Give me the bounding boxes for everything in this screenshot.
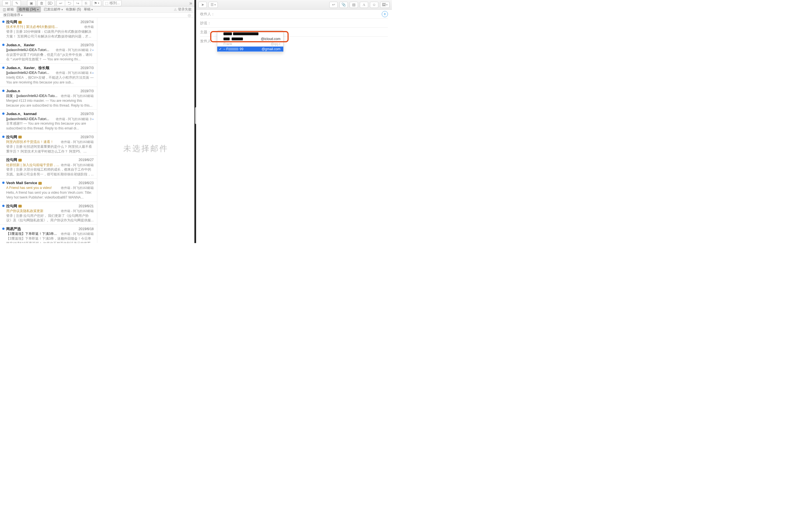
sent-filter[interactable]: 已发出邮件 ▾ bbox=[44, 7, 63, 12]
header-fields-button[interactable]: ☰▾ bbox=[209, 2, 218, 8]
message-item[interactable]: 拉勾网2019/7/4技术半月刊 | 算法必考6大数据结...收件箱登录 | 注… bbox=[0, 18, 97, 41]
from-option-1[interactable]: @icloud.com bbox=[217, 36, 283, 42]
delete-button[interactable]: 🗑 bbox=[37, 0, 46, 6]
spam-icon bbox=[38, 182, 42, 185]
message-date: 2019/6/18 bbox=[79, 227, 94, 231]
message-item[interactable]: 网易严选2019/6/18【3重返现】下单即返！下满3单...收件箱 - 阿飞的… bbox=[0, 225, 97, 243]
message-subject: [judasn/IntelliJ-IDEA-Tutori... bbox=[6, 48, 54, 52]
message-date: 2019/6/23 bbox=[79, 181, 94, 185]
message-item[interactable]: 拉勾网2019/7/3阿里内部技术干货流出！速看！收件箱 - 阿飞的163邮箱登… bbox=[0, 133, 97, 156]
font-icon: A bbox=[363, 3, 365, 7]
from-option-3-selected[interactable]: – F 99 @gmail.com bbox=[217, 47, 283, 52]
preview-pane: 未选择邮件 bbox=[97, 18, 195, 243]
cc-label: 抄送： bbox=[200, 20, 216, 26]
reply-compose-button[interactable]: ↩ bbox=[329, 2, 338, 8]
message-folder: 收件箱 - 阿飞的163邮箱 bbox=[61, 232, 94, 236]
unread-dot-icon bbox=[2, 44, 4, 46]
spam-icon bbox=[18, 21, 22, 24]
from-option-2-name: Frank bbox=[223, 42, 232, 46]
forward-icon: ↪ bbox=[76, 1, 79, 5]
message-sender: Judas.n、Xavier bbox=[6, 43, 35, 48]
message-item[interactable]: Judas.n、Xavier、徐长顺2019/7/3[judasn/Intell… bbox=[0, 64, 97, 87]
redirect-button[interactable]: ⎘ bbox=[82, 0, 90, 6]
reply-group: ↩ ⮌ ↪ ⎘ bbox=[56, 0, 90, 6]
message-item[interactable]: Judas.n2019/7/3回复：[judasn/IntelliJ-IDEA-… bbox=[0, 87, 97, 110]
message-date: 2019/7/3 bbox=[80, 89, 94, 94]
unread-dot-icon bbox=[2, 20, 4, 23]
inbox-filter-pill[interactable]: 收件箱 (34) bbox=[17, 6, 41, 12]
junk-button[interactable]: ⌦ bbox=[46, 0, 55, 6]
unread-dot-icon bbox=[2, 228, 4, 230]
cc-field-row: 抄送： bbox=[200, 19, 388, 27]
message-item[interactable]: Judas.n、Xavier2019/7/3[judasn/IntelliJ-I… bbox=[0, 41, 97, 64]
message-sender: 拉勾网 bbox=[6, 19, 22, 24]
from-option-0[interactable] bbox=[217, 31, 283, 36]
thread-expand-icon[interactable]: » bbox=[92, 118, 94, 121]
mail-left-pane: ✉ ✎ ▣ 🗑 ⌦ ↩ ⮌ ↪ ⎘ ⚑▾ ⬚ 移到... » ◫邮箱 收件箱 (… bbox=[0, 0, 196, 243]
reply-icon: ↩ bbox=[59, 1, 62, 5]
unread-dot-icon bbox=[2, 113, 4, 115]
font-button[interactable]: A bbox=[360, 2, 368, 8]
to-field-row: 收件人： + bbox=[200, 10, 388, 19]
message-item[interactable]: 拉勾网2019/6/21用户协议及隐私政策更新收件箱 - 阿飞的163邮箱登录 … bbox=[0, 202, 97, 225]
message-list[interactable]: 拉勾网2019/7/4技术半月刊 | 算法必考6大数据结...收件箱登录 | 注… bbox=[0, 18, 97, 243]
message-folder: 收件箱 - 阿飞的163邮箱 bbox=[61, 163, 94, 167]
from-option-2[interactable]: Frank @qq.c bbox=[217, 42, 283, 47]
thread-expand-icon[interactable]: » bbox=[92, 71, 94, 74]
attach-button[interactable]: 📎 bbox=[339, 2, 348, 8]
compose-toolbar: ➤ ☰▾ ↩ 📎 ▧ A ☺ 🖼▾ bbox=[196, 0, 392, 10]
forward-button[interactable]: ↪ bbox=[73, 0, 82, 6]
compose-button[interactable]: ✎ bbox=[12, 0, 21, 6]
move-button[interactable]: ⬚ 移到... bbox=[103, 0, 122, 6]
add-recipient-button[interactable]: + bbox=[382, 11, 388, 17]
thread-expand-icon[interactable]: » bbox=[92, 49, 94, 52]
message-sender: 拉勾网 bbox=[6, 157, 22, 162]
from-dropdown[interactable]: @icloud.com Frank @qq.c – F 99 @gmail.co… bbox=[217, 31, 283, 52]
flag-icon: ⚑ bbox=[94, 1, 97, 5]
message-preview: 登录 | 注册 拉勾用户您好， 我们更新了《拉勾网用户协议》及《拉勾网隐私政策》… bbox=[6, 214, 94, 223]
reply-all-button[interactable]: ⮌ bbox=[65, 0, 73, 6]
compose-body[interactable] bbox=[196, 46, 392, 243]
message-folder: 收件箱 - 阿飞的163邮箱 bbox=[61, 140, 94, 144]
message-item[interactable]: 拉勾网2019/6/27社群招新 | 加入拉勾前端干货群，...收件箱 - 阿飞… bbox=[0, 156, 97, 179]
message-preview: Intellij IDEA ，按Ctrl+左键，不能进入小程序的方法页面 — Y… bbox=[6, 75, 94, 85]
send-icon: ➤ bbox=[201, 3, 204, 7]
redirect-icon: ⎘ bbox=[85, 1, 87, 5]
compose-fields: 收件人： + 抄送： 主题： 发件人 @icloud.com bbox=[196, 10, 392, 46]
mailbox-toggle[interactable]: ◫邮箱 bbox=[3, 7, 14, 12]
filter-target-button[interactable]: ◎ bbox=[187, 13, 191, 17]
message-sender: Judas.n bbox=[6, 89, 20, 94]
flag-button[interactable]: ⚑▾ bbox=[92, 0, 101, 6]
archive-icon: ▣ bbox=[30, 1, 33, 5]
message-item[interactable]: Judas.n、kannad2019/7/3[judasn/IntelliJ-I… bbox=[0, 110, 97, 133]
paperclip-icon: 📎 bbox=[341, 3, 346, 7]
message-preview: 登录 | 注册 10分钟搞懂：亿级用户的分布式数据存储解决方案！ 互联网公司只有… bbox=[6, 29, 94, 39]
to-input[interactable] bbox=[216, 12, 382, 16]
flagged-filter[interactable]: 有旗标 (5) bbox=[66, 7, 81, 12]
from-label: 发件人 bbox=[200, 39, 216, 44]
login-failed-indicator[interactable]: 登录失败 bbox=[174, 7, 192, 12]
sort-button[interactable]: 按日期排序 bbox=[3, 13, 22, 17]
unread-dot-icon bbox=[2, 135, 4, 138]
send-button[interactable]: ➤ bbox=[198, 2, 207, 8]
message-item[interactable]: Veoh Mail Service2019/6/23A Friend has s… bbox=[0, 179, 97, 202]
list-preview-wrap: 拉勾网2019/7/4技术半月刊 | 算法必考6大数据结...收件箱登录 | 注… bbox=[0, 18, 195, 243]
spam-icon bbox=[18, 159, 22, 162]
move-icon: ⬚ bbox=[105, 1, 108, 5]
compose-pane: ➤ ☰▾ ↩ 📎 ▧ A ☺ 🖼▾ 收件人： + 抄送： 主题： 发件人 bbox=[196, 0, 392, 243]
sort-bar: 按日期排序 ◎ bbox=[0, 13, 195, 18]
archive-button[interactable]: ▣ bbox=[27, 0, 36, 6]
toolbar-overflow-button[interactable]: » bbox=[189, 0, 192, 6]
drafts-filter[interactable]: 草稿 ▾ bbox=[84, 7, 93, 12]
get-mail-button[interactable]: ✉ bbox=[2, 0, 11, 6]
photo-browser-button[interactable]: 🖼▾ bbox=[380, 2, 390, 8]
mailbox-label-text: 邮箱 bbox=[7, 7, 14, 12]
from-option-3-mid: 99 bbox=[239, 47, 243, 51]
format-button[interactable]: ▧ bbox=[349, 2, 358, 8]
unread-dot-icon bbox=[2, 182, 4, 184]
emoji-button[interactable]: ☺ bbox=[370, 2, 378, 8]
reply-button[interactable]: ↩ bbox=[56, 0, 65, 6]
message-sender: 网易严选 bbox=[6, 226, 21, 231]
message-preview: 【3重返现】下单即返！下满3单，送额外回馈金！今日单笔实付满618再享返现！ 如… bbox=[6, 236, 94, 243]
cc-input[interactable] bbox=[216, 21, 388, 25]
